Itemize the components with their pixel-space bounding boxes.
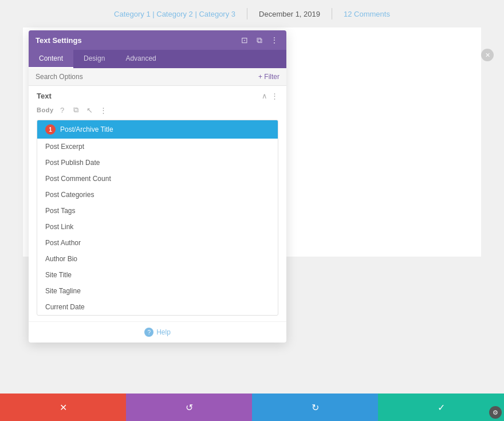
- search-bar: + Filter: [29, 68, 286, 86]
- minimize-icon[interactable]: ⊡: [239, 35, 250, 45]
- item-label: Post Link: [45, 223, 73, 231]
- filter-button[interactable]: + Filter: [258, 73, 279, 81]
- item-label: Site Title: [45, 271, 72, 279]
- item-label: Post Excerpt: [45, 143, 84, 151]
- list-item[interactable]: Current Date: [37, 299, 278, 315]
- panel-close-button[interactable]: ✕: [481, 49, 494, 61]
- section-header: Text ∧ ⋮: [37, 92, 278, 100]
- section-more-icon[interactable]: ⋮: [271, 92, 278, 100]
- divider-1: [247, 8, 247, 19]
- more-icon[interactable]: ⋮: [269, 35, 279, 45]
- post-date: December 1, 2019: [259, 10, 320, 18]
- list-item[interactable]: Post Author: [37, 235, 278, 251]
- undo-button[interactable]: ↺: [126, 394, 252, 421]
- top-bar: Category 1 | Category 2 | Category 3 Dec…: [0, 0, 504, 27]
- help-circle-icon: ?: [144, 328, 153, 337]
- text-settings-panel: Text Settings ⊡ ⧉ ⋮ Content Design Advan…: [29, 30, 286, 343]
- help-icon[interactable]: ?: [57, 105, 68, 115]
- cancel-icon: ✕: [60, 402, 67, 413]
- expand-icon[interactable]: ⧉: [254, 35, 265, 45]
- toolbar-body-label: Body: [37, 107, 54, 113]
- redo-icon: ↻: [312, 402, 319, 413]
- cancel-button[interactable]: ✕: [0, 394, 126, 421]
- panel-header-icons: ⊡ ⧉ ⋮: [239, 35, 279, 45]
- item-label: Post Comment Count: [45, 175, 111, 183]
- dots-menu-icon[interactable]: ⋮: [99, 105, 109, 115]
- item-label: Post Categories: [45, 191, 94, 199]
- item-label: Current Date: [45, 303, 85, 311]
- chevron-up-icon[interactable]: ∧: [262, 92, 267, 100]
- divider-2: [332, 8, 332, 19]
- panel-title: Text Settings: [36, 36, 82, 45]
- content-area: Text Settings ⊡ ⧉ ⋮ Content Design Advan…: [23, 27, 481, 257]
- list-item[interactable]: 1 Post/Archive Title: [37, 120, 278, 139]
- copy-icon[interactable]: ⧉: [71, 105, 81, 115]
- item-label: Site Tagline: [45, 287, 81, 295]
- redo-button[interactable]: ↻: [252, 394, 378, 421]
- item-number-badge: 1: [45, 124, 56, 135]
- tab-content[interactable]: Content: [29, 50, 73, 68]
- help-area: ? Help: [29, 321, 286, 343]
- item-label: Post Author: [45, 239, 81, 247]
- item-label: Author Bio: [45, 255, 77, 263]
- cursor-icon[interactable]: ↖: [85, 105, 95, 115]
- save-button[interactable]: ✓: [378, 394, 504, 421]
- list-item[interactable]: Post Comment Count: [37, 171, 278, 187]
- dropdown-list: 1 Post/Archive Title Post Excerpt Post P…: [37, 120, 278, 316]
- list-item[interactable]: Post Excerpt: [37, 139, 278, 155]
- item-label: Post Publish Date: [45, 159, 100, 167]
- list-item[interactable]: Post Categories: [37, 187, 278, 203]
- help-label: Help: [156, 328, 171, 336]
- tab-advanced[interactable]: Advanced: [115, 50, 166, 68]
- list-item[interactable]: Site Tagline: [37, 283, 278, 299]
- list-item[interactable]: Post Publish Date: [37, 155, 278, 171]
- categories[interactable]: Category 1 | Category 2 | Category 3: [114, 10, 235, 18]
- list-item[interactable]: Post Link: [37, 219, 278, 235]
- list-item[interactable]: Author Bio: [37, 251, 278, 267]
- corner-settings-icon[interactable]: ⚙: [489, 406, 502, 419]
- item-label: Post Tags: [45, 207, 75, 215]
- search-input[interactable]: [36, 73, 258, 81]
- comments-link[interactable]: 12 Comments: [344, 10, 390, 18]
- undo-icon: ↺: [186, 402, 193, 413]
- panel-tabs: Content Design Advanced: [29, 50, 286, 68]
- list-item[interactable]: Site Title: [37, 267, 278, 283]
- section-header-icons: ∧ ⋮: [262, 92, 278, 100]
- panel-header: Text Settings ⊡ ⧉ ⋮: [29, 30, 286, 50]
- text-section: Text ∧ ⋮ Body ? ⧉ ↖ ⋮ 1 Post/Archive Tit…: [29, 86, 286, 321]
- bottom-toolbar: ✕ ↺ ↻ ✓: [0, 394, 504, 421]
- tab-design[interactable]: Design: [73, 50, 115, 68]
- section-title: Text: [37, 92, 52, 100]
- list-item[interactable]: Post Tags: [37, 203, 278, 219]
- help-button[interactable]: ? Help: [144, 328, 171, 337]
- toolbar-row: Body ? ⧉ ↖ ⋮: [37, 105, 278, 115]
- save-icon: ✓: [438, 402, 445, 413]
- item-label: Post/Archive Title: [60, 125, 113, 133]
